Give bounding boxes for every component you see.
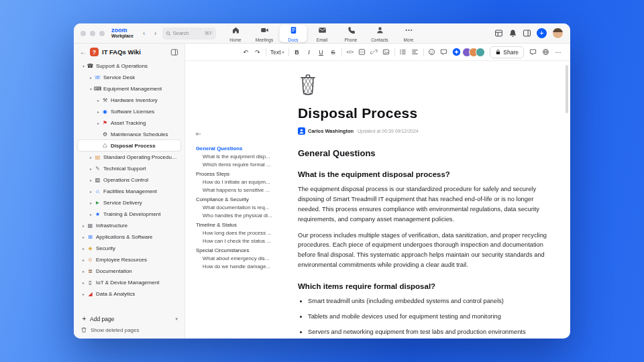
- chevron-right-icon[interactable]: ▸: [95, 121, 101, 125]
- zoom-window-button[interactable]: [99, 31, 105, 36]
- outline-item[interactable]: What documentation is req...: [196, 204, 287, 212]
- outline-item[interactable]: What is the equipment disp...: [196, 153, 287, 161]
- tab-home[interactable]: Home: [222, 25, 250, 42]
- notifications-bell-icon[interactable]: [508, 29, 517, 38]
- nav-forward-button[interactable]: ›: [151, 29, 160, 38]
- sidebar-toggle-icon[interactable]: [523, 29, 531, 38]
- new-item-button[interactable]: +: [537, 28, 547, 38]
- nav-back-button[interactable]: ‹: [140, 29, 149, 38]
- minimize-window-button[interactable]: [90, 31, 95, 36]
- collapse-outline-icon[interactable]: ⇤: [196, 130, 201, 137]
- outline-item[interactable]: Process Steps: [196, 170, 287, 178]
- sidebar-item-standard-operating-procedures[interactable]: ▸▤Standard Operating Procedures: [78, 152, 180, 162]
- window-controls[interactable]: [80, 31, 105, 36]
- chevron-down-icon[interactable]: ▾: [88, 86, 94, 91]
- sidebar-item-technical-support[interactable]: ▸✎Technical Support: [78, 163, 180, 174]
- sidebar-item-disposal-process[interactable]: ♺Disposal Process: [78, 140, 180, 151]
- sidebar-item-support-operations[interactable]: ▾☎Support & Operations: [78, 60, 180, 71]
- sidebar-item-equipment-management[interactable]: ▾⌨Equipment Management: [78, 83, 180, 94]
- sidebar-item-software-licenses[interactable]: ▸◉Software Licenses: [78, 106, 180, 117]
- redo-button[interactable]: ↷: [254, 47, 262, 58]
- outline-item[interactable]: What happens to sensitive ...: [196, 186, 287, 194]
- sidebar-item-asset-tracking[interactable]: ▸⚑Asset Tracking: [78, 117, 180, 128]
- scrollbar[interactable]: [566, 65, 568, 113]
- align-button[interactable]: [411, 47, 419, 58]
- chevron-right-icon[interactable]: ▸: [80, 269, 87, 274]
- underline-button[interactable]: U: [317, 47, 325, 58]
- sidebar-item-service-desk[interactable]: ▸☏Service Desk: [78, 72, 180, 82]
- outline-item[interactable]: Compliance & Security: [196, 196, 287, 204]
- bold-button[interactable]: B: [293, 47, 301, 58]
- tab-phone[interactable]: Phone: [337, 25, 365, 42]
- global-search-input[interactable]: Search ⌘F: [162, 27, 216, 40]
- chevron-right-icon[interactable]: ▸: [88, 155, 94, 160]
- add-page-button[interactable]: + Add page ▾: [78, 313, 180, 324]
- code-block-button[interactable]: [358, 47, 366, 58]
- bullet-list-button[interactable]: [399, 47, 407, 58]
- chevron-right-icon[interactable]: ▸: [80, 246, 87, 251]
- comment-button[interactable]: [440, 47, 448, 58]
- outline-item[interactable]: Who handles the physical di...: [196, 212, 287, 220]
- sidebar-item-security[interactable]: ▸◈Security: [78, 243, 180, 253]
- outline-item[interactable]: How can I check the status ...: [196, 237, 287, 245]
- tab-contacts[interactable]: Contacts: [366, 25, 394, 42]
- chevron-down-icon[interactable]: ▾: [175, 316, 178, 322]
- workspace-icon[interactable]: [494, 29, 503, 38]
- sidebar-item-employee-resources[interactable]: ▸☺Employee Resources: [78, 254, 180, 265]
- outline-item[interactable]: Timeline & Status: [196, 221, 287, 229]
- collaborator-avatar[interactable]: [476, 48, 485, 57]
- show-deleted-pages-button[interactable]: Show deleted pages: [78, 324, 180, 336]
- chevron-right-icon[interactable]: ▸: [88, 178, 94, 182]
- sidebar-item-operations-control[interactable]: ▸▥Operations Control: [78, 174, 180, 185]
- outline-item[interactable]: What about emergency dis...: [196, 255, 287, 263]
- collaborator-avatars[interactable]: [462, 48, 485, 57]
- sidebar-item-hardware-inventory[interactable]: ▸⚒Hardware Inventory: [78, 95, 180, 105]
- italic-button[interactable]: I: [305, 47, 313, 58]
- outline-item[interactable]: General Questions: [196, 145, 287, 153]
- close-window-button[interactable]: [80, 31, 86, 36]
- chevron-right-icon[interactable]: ▸: [80, 223, 87, 228]
- outline-item[interactable]: Which items require formal ...: [196, 161, 287, 169]
- chevron-right-icon[interactable]: ▸: [88, 189, 94, 194]
- sidebar-item-facilities-management[interactable]: ▸⌂Facilities Management: [78, 186, 180, 196]
- link-button[interactable]: [370, 47, 378, 58]
- ai-companion-button[interactable]: [452, 47, 461, 58]
- share-button[interactable]: Share: [490, 46, 524, 58]
- tab-email[interactable]: Email: [309, 25, 336, 42]
- sidebar-item-documentation[interactable]: ▸≣Documentation: [78, 265, 180, 276]
- sidebar-item-training-development[interactable]: ▸★Training & Development: [78, 208, 180, 219]
- language-globe-button[interactable]: [541, 47, 549, 58]
- outline-item[interactable]: How long does the process ...: [196, 229, 287, 237]
- more-options-button[interactable]: ⋯: [554, 47, 562, 58]
- chevron-right-icon[interactable]: ▸: [95, 98, 101, 103]
- chevron-right-icon[interactable]: ▸: [88, 200, 94, 205]
- tab-meetings[interactable]: Meetings: [251, 25, 278, 42]
- tab-docs[interactable]: Docs: [280, 25, 307, 42]
- outline-item[interactable]: Special Circumstances: [196, 247, 287, 255]
- chevron-right-icon[interactable]: ▸: [88, 75, 94, 80]
- chevron-right-icon[interactable]: ▸: [95, 109, 101, 114]
- outline-item[interactable]: How do we handle damage...: [196, 263, 287, 271]
- chevron-right-icon[interactable]: ▸: [80, 280, 87, 285]
- sidebar-item-applications-software[interactable]: ▸⊞Applications & Software: [78, 231, 180, 242]
- text-style-dropdown[interactable]: Text ▾: [270, 49, 284, 56]
- chevron-right-icon[interactable]: ▸: [80, 257, 87, 262]
- chevron-right-icon[interactable]: ▸: [80, 235, 87, 239]
- sidebar-item-data-analytics[interactable]: ▸◢Data & Analytics: [78, 288, 180, 299]
- chevron-right-icon[interactable]: ▸: [88, 212, 94, 217]
- document-body[interactable]: Disposal Process Carlos Washington Updat…: [291, 61, 570, 339]
- chevron-right-icon[interactable]: ▸: [88, 166, 94, 171]
- sidebar-item-maintenance-schedules[interactable]: ⚙Maintenance Schedules: [78, 129, 180, 139]
- outline-item[interactable]: How do I initiate an equipm...: [196, 178, 287, 186]
- tab-more[interactable]: More: [395, 25, 423, 42]
- strikethrough-button[interactable]: S: [329, 47, 337, 58]
- comments-panel-button[interactable]: [529, 47, 537, 58]
- sidebar-item-service-delivery[interactable]: ▸►Service Delivery: [78, 197, 180, 208]
- sidebar-item-iot-device-management[interactable]: ▸▯IoT & Device Management: [78, 277, 180, 288]
- chevron-right-icon[interactable]: ▸: [80, 292, 87, 296]
- inline-code-button[interactable]: </>: [346, 47, 354, 58]
- undo-button[interactable]: ↶: [241, 47, 250, 58]
- emoji-button[interactable]: [428, 47, 436, 58]
- image-button[interactable]: [382, 47, 390, 58]
- chevron-down-icon[interactable]: ▾: [80, 64, 87, 68]
